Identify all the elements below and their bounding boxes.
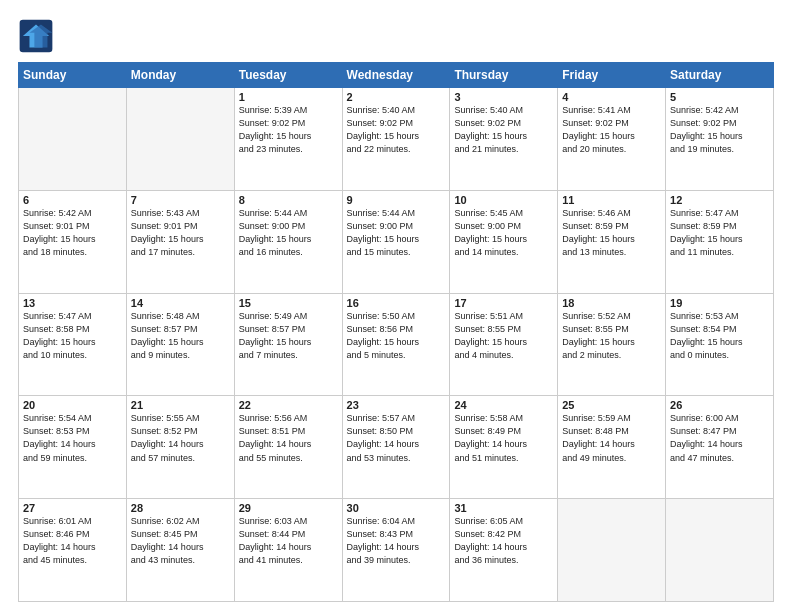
day-cell: 4Sunrise: 5:41 AM Sunset: 9:02 PM Daylig… — [558, 88, 666, 191]
day-info: Sunrise: 6:03 AM Sunset: 8:44 PM Dayligh… — [239, 515, 338, 567]
page: SundayMondayTuesdayWednesdayThursdayFrid… — [0, 0, 792, 612]
day-cell: 24Sunrise: 5:58 AM Sunset: 8:49 PM Dayli… — [450, 396, 558, 499]
day-info: Sunrise: 6:04 AM Sunset: 8:43 PM Dayligh… — [347, 515, 446, 567]
day-info: Sunrise: 5:58 AM Sunset: 8:49 PM Dayligh… — [454, 412, 553, 464]
day-number: 16 — [347, 297, 446, 309]
day-info: Sunrise: 5:40 AM Sunset: 9:02 PM Dayligh… — [347, 104, 446, 156]
day-info: Sunrise: 5:40 AM Sunset: 9:02 PM Dayligh… — [454, 104, 553, 156]
day-cell — [666, 499, 774, 602]
day-cell: 21Sunrise: 5:55 AM Sunset: 8:52 PM Dayli… — [126, 396, 234, 499]
day-cell: 22Sunrise: 5:56 AM Sunset: 8:51 PM Dayli… — [234, 396, 342, 499]
day-cell: 31Sunrise: 6:05 AM Sunset: 8:42 PM Dayli… — [450, 499, 558, 602]
day-number: 20 — [23, 399, 122, 411]
day-cell: 2Sunrise: 5:40 AM Sunset: 9:02 PM Daylig… — [342, 88, 450, 191]
day-number: 23 — [347, 399, 446, 411]
week-row-4: 20Sunrise: 5:54 AM Sunset: 8:53 PM Dayli… — [19, 396, 774, 499]
day-info: Sunrise: 5:55 AM Sunset: 8:52 PM Dayligh… — [131, 412, 230, 464]
day-header-sunday: Sunday — [19, 63, 127, 88]
day-info: Sunrise: 5:42 AM Sunset: 9:02 PM Dayligh… — [670, 104, 769, 156]
day-number: 21 — [131, 399, 230, 411]
day-cell: 1Sunrise: 5:39 AM Sunset: 9:02 PM Daylig… — [234, 88, 342, 191]
day-cell: 27Sunrise: 6:01 AM Sunset: 8:46 PM Dayli… — [19, 499, 127, 602]
day-number: 26 — [670, 399, 769, 411]
week-row-1: 1Sunrise: 5:39 AM Sunset: 9:02 PM Daylig… — [19, 88, 774, 191]
day-info: Sunrise: 5:59 AM Sunset: 8:48 PM Dayligh… — [562, 412, 661, 464]
day-header-saturday: Saturday — [666, 63, 774, 88]
day-cell: 10Sunrise: 5:45 AM Sunset: 9:00 PM Dayli… — [450, 190, 558, 293]
day-number: 8 — [239, 194, 338, 206]
day-number: 3 — [454, 91, 553, 103]
day-cell: 23Sunrise: 5:57 AM Sunset: 8:50 PM Dayli… — [342, 396, 450, 499]
day-number: 7 — [131, 194, 230, 206]
week-row-2: 6Sunrise: 5:42 AM Sunset: 9:01 PM Daylig… — [19, 190, 774, 293]
day-info: Sunrise: 5:44 AM Sunset: 9:00 PM Dayligh… — [239, 207, 338, 259]
day-info: Sunrise: 5:51 AM Sunset: 8:55 PM Dayligh… — [454, 310, 553, 362]
day-info: Sunrise: 5:43 AM Sunset: 9:01 PM Dayligh… — [131, 207, 230, 259]
day-number: 30 — [347, 502, 446, 514]
day-number: 1 — [239, 91, 338, 103]
day-number: 15 — [239, 297, 338, 309]
day-number: 24 — [454, 399, 553, 411]
day-header-monday: Monday — [126, 63, 234, 88]
day-cell: 14Sunrise: 5:48 AM Sunset: 8:57 PM Dayli… — [126, 293, 234, 396]
day-cell: 29Sunrise: 6:03 AM Sunset: 8:44 PM Dayli… — [234, 499, 342, 602]
header — [18, 18, 774, 54]
day-info: Sunrise: 5:48 AM Sunset: 8:57 PM Dayligh… — [131, 310, 230, 362]
day-header-friday: Friday — [558, 63, 666, 88]
day-number: 29 — [239, 502, 338, 514]
day-info: Sunrise: 5:52 AM Sunset: 8:55 PM Dayligh… — [562, 310, 661, 362]
day-number: 12 — [670, 194, 769, 206]
week-row-3: 13Sunrise: 5:47 AM Sunset: 8:58 PM Dayli… — [19, 293, 774, 396]
week-row-5: 27Sunrise: 6:01 AM Sunset: 8:46 PM Dayli… — [19, 499, 774, 602]
day-cell: 12Sunrise: 5:47 AM Sunset: 8:59 PM Dayli… — [666, 190, 774, 293]
day-number: 2 — [347, 91, 446, 103]
day-number: 18 — [562, 297, 661, 309]
day-number: 6 — [23, 194, 122, 206]
day-cell — [19, 88, 127, 191]
day-number: 11 — [562, 194, 661, 206]
day-header-thursday: Thursday — [450, 63, 558, 88]
day-cell: 20Sunrise: 5:54 AM Sunset: 8:53 PM Dayli… — [19, 396, 127, 499]
day-number: 31 — [454, 502, 553, 514]
day-info: Sunrise: 5:41 AM Sunset: 9:02 PM Dayligh… — [562, 104, 661, 156]
day-number: 27 — [23, 502, 122, 514]
day-number: 25 — [562, 399, 661, 411]
day-info: Sunrise: 5:56 AM Sunset: 8:51 PM Dayligh… — [239, 412, 338, 464]
day-cell: 9Sunrise: 5:44 AM Sunset: 9:00 PM Daylig… — [342, 190, 450, 293]
day-info: Sunrise: 6:00 AM Sunset: 8:47 PM Dayligh… — [670, 412, 769, 464]
day-cell: 18Sunrise: 5:52 AM Sunset: 8:55 PM Dayli… — [558, 293, 666, 396]
day-cell: 26Sunrise: 6:00 AM Sunset: 8:47 PM Dayli… — [666, 396, 774, 499]
day-cell — [558, 499, 666, 602]
day-cell: 8Sunrise: 5:44 AM Sunset: 9:00 PM Daylig… — [234, 190, 342, 293]
day-cell: 25Sunrise: 5:59 AM Sunset: 8:48 PM Dayli… — [558, 396, 666, 499]
day-number: 13 — [23, 297, 122, 309]
day-number: 14 — [131, 297, 230, 309]
day-header-tuesday: Tuesday — [234, 63, 342, 88]
day-info: Sunrise: 5:45 AM Sunset: 9:00 PM Dayligh… — [454, 207, 553, 259]
day-number: 28 — [131, 502, 230, 514]
day-info: Sunrise: 5:49 AM Sunset: 8:57 PM Dayligh… — [239, 310, 338, 362]
day-number: 22 — [239, 399, 338, 411]
day-number: 10 — [454, 194, 553, 206]
day-number: 19 — [670, 297, 769, 309]
day-info: Sunrise: 5:47 AM Sunset: 8:59 PM Dayligh… — [670, 207, 769, 259]
calendar: SundayMondayTuesdayWednesdayThursdayFrid… — [18, 62, 774, 602]
day-info: Sunrise: 5:47 AM Sunset: 8:58 PM Dayligh… — [23, 310, 122, 362]
day-cell: 11Sunrise: 5:46 AM Sunset: 8:59 PM Dayli… — [558, 190, 666, 293]
day-info: Sunrise: 6:01 AM Sunset: 8:46 PM Dayligh… — [23, 515, 122, 567]
day-cell: 19Sunrise: 5:53 AM Sunset: 8:54 PM Dayli… — [666, 293, 774, 396]
logo — [18, 18, 58, 54]
day-number: 9 — [347, 194, 446, 206]
day-number: 5 — [670, 91, 769, 103]
day-info: Sunrise: 5:44 AM Sunset: 9:00 PM Dayligh… — [347, 207, 446, 259]
day-cell: 6Sunrise: 5:42 AM Sunset: 9:01 PM Daylig… — [19, 190, 127, 293]
day-cell: 28Sunrise: 6:02 AM Sunset: 8:45 PM Dayli… — [126, 499, 234, 602]
day-info: Sunrise: 5:54 AM Sunset: 8:53 PM Dayligh… — [23, 412, 122, 464]
day-header-wednesday: Wednesday — [342, 63, 450, 88]
day-cell: 5Sunrise: 5:42 AM Sunset: 9:02 PM Daylig… — [666, 88, 774, 191]
day-info: Sunrise: 5:57 AM Sunset: 8:50 PM Dayligh… — [347, 412, 446, 464]
day-cell: 17Sunrise: 5:51 AM Sunset: 8:55 PM Dayli… — [450, 293, 558, 396]
calendar-header-row: SundayMondayTuesdayWednesdayThursdayFrid… — [19, 63, 774, 88]
day-cell — [126, 88, 234, 191]
day-info: Sunrise: 5:42 AM Sunset: 9:01 PM Dayligh… — [23, 207, 122, 259]
